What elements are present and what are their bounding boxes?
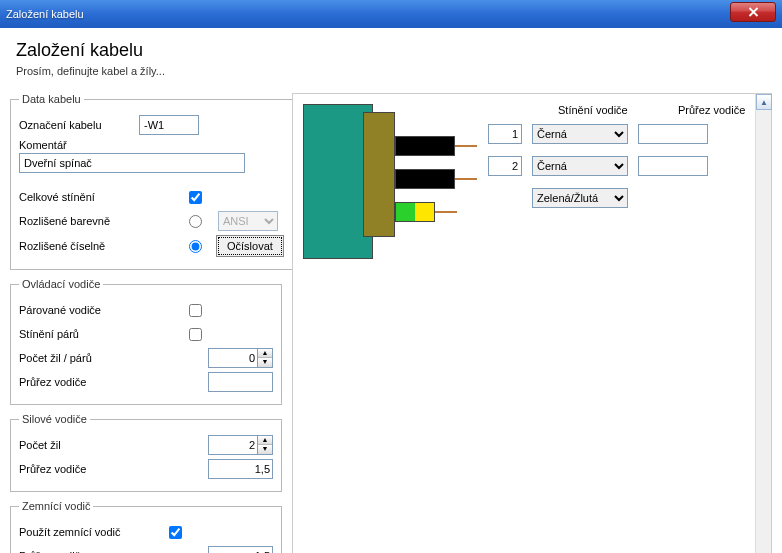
checkbox-celkove-stineni[interactable]: [189, 191, 202, 204]
label-silove-pocet-zil: Počet žil: [19, 439, 139, 451]
input-zemnici-prurez[interactable]: [208, 546, 273, 553]
input-komentar[interactable]: [19, 153, 245, 173]
window-title: Založení kabelu: [6, 8, 776, 20]
wire-row-2: Černá: [488, 156, 745, 176]
input-wire-2-crosssection[interactable]: [638, 156, 708, 176]
group-ovladaci-vodice: Ovládací vodiče Párované vodiče Stínění …: [10, 278, 282, 405]
radio-rozlisene-barevne[interactable]: [189, 215, 202, 228]
group-zemnici-vodic: Zemnící vodič Použít zemnící vodič Průře…: [10, 500, 282, 553]
page-subtitle: Prosím, definujte kabel a žíly...: [16, 65, 766, 77]
radio-rozlisene-ciselne[interactable]: [189, 240, 202, 253]
spinner-silove-pocet-zil[interactable]: ▲▼: [258, 435, 273, 455]
label-pouzit-zemnici: Použít zemnící vodič: [19, 526, 139, 538]
group-silove-vodice: Silové vodiče Počet žil ▲▼ Průřez vodiče: [10, 413, 282, 492]
legend-data-kabelu: Data kabelu: [19, 93, 84, 105]
page-title: Založení kabelu: [16, 40, 766, 61]
label-rozlisene-barevne: Rozlišené barevně: [19, 215, 139, 227]
label-celkove-stineni: Celkové stínění: [19, 191, 139, 203]
label-komentar: Komentář: [19, 139, 284, 151]
legend-silove-vodice: Silové vodiče: [19, 413, 90, 425]
select-wire-1-color[interactable]: Černá: [532, 124, 628, 144]
wire-2-tip-graphic: [455, 178, 477, 180]
wire-row-ground: Zelená/Žlutá: [532, 188, 745, 208]
input-oznaceni-kabelu[interactable]: [139, 115, 199, 135]
input-silove-pocet-zil[interactable]: [208, 435, 258, 455]
wire-1-tip-graphic: [455, 145, 477, 147]
wire-1-graphic: [395, 136, 455, 156]
label-oznaceni-kabelu: Označení kabelu: [19, 119, 139, 131]
header-stineni-vodice: Stínění vodiče: [558, 104, 654, 116]
scroll-up-button[interactable]: ▲: [756, 94, 772, 110]
label-ovladaci-prurez: Průřez vodiče: [19, 376, 139, 388]
label-rozlisene-ciselne: Rozlišené číselně: [19, 240, 139, 252]
input-wire-2-index[interactable]: [488, 156, 522, 176]
content-area: Založení kabelu Prosím, definujte kabel …: [0, 28, 782, 553]
input-ovladaci-pocet-zil[interactable]: [208, 348, 258, 368]
wire-2-graphic: [395, 169, 455, 189]
cable-inner-graphic: [363, 112, 395, 237]
header-prurez-vodice: Průřez vodiče: [678, 104, 745, 116]
spinner-ovladaci-pocet-zil[interactable]: ▲▼: [258, 348, 273, 368]
input-silove-prurez[interactable]: [208, 459, 273, 479]
select-wire-2-color[interactable]: Černá: [532, 156, 628, 176]
scrollbar-vertical[interactable]: ▲ ▼: [755, 94, 771, 553]
checkbox-stineni-paru[interactable]: [189, 328, 202, 341]
checkbox-pouzit-zemnici[interactable]: [169, 526, 182, 539]
button-ocislovat[interactable]: Očíslovat: [216, 235, 284, 257]
wire-ground-graphic: [395, 202, 435, 222]
input-ovladaci-prurez[interactable]: [208, 372, 273, 392]
input-wire-1-index[interactable]: [488, 124, 522, 144]
wire-row-1: Černá: [488, 124, 745, 144]
group-data-kabelu: Data kabelu Označení kabelu Komentář Cel…: [10, 93, 293, 270]
label-stineni-paru: Stínění párů: [19, 328, 139, 340]
label-ovladaci-pocet-zil: Počet žil / párů: [19, 352, 139, 364]
wire-ground-tip-graphic: [435, 211, 457, 213]
checkbox-parovane-vodice[interactable]: [189, 304, 202, 317]
page-header: Založení kabelu Prosím, definujte kabel …: [0, 28, 782, 85]
legend-ovladaci-vodice: Ovládací vodiče: [19, 278, 103, 290]
legend-zemnici-vodic: Zemnící vodič: [19, 500, 93, 512]
label-silove-prurez: Průřez vodiče: [19, 463, 139, 475]
select-ansi: ANSI: [218, 211, 278, 231]
titlebar: Založení kabelu: [0, 0, 782, 28]
label-parovane-vodice: Párované vodiče: [19, 304, 139, 316]
close-button[interactable]: [730, 2, 776, 22]
input-wire-1-crosssection[interactable]: [638, 124, 708, 144]
cable-preview-panel: Stínění vodiče Průřez vodiče Černá Černá…: [292, 93, 772, 553]
select-wire-ground-color[interactable]: Zelená/Žlutá: [532, 188, 628, 208]
